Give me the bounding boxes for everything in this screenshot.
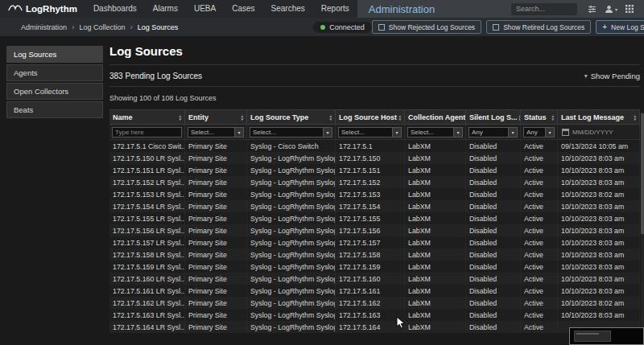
table-cell: 172.17.5.159 (336, 261, 405, 273)
table-row[interactable]: 172.17.5.151 LR Sysl...Primary SiteSyslo… (109, 164, 640, 176)
table-cell: Active (521, 200, 558, 212)
chevron-down-icon: ▾ (323, 128, 332, 137)
nav-item-dashboards[interactable]: Dashboards (85, 0, 145, 18)
breadcrumb-item-log-collection[interactable]: Log Collection (79, 23, 125, 31)
select-placeholder: Any (526, 129, 538, 136)
table-cell: 10/10/2023 8:03 am (558, 236, 640, 248)
sidebar-item-log-sources[interactable]: Log Sources (6, 46, 103, 63)
administration-tab[interactable]: Administration (369, 3, 435, 15)
content-area: Log SourcesAgentsOpen CollectorsBeats Lo… (0, 36, 644, 345)
table-cell: 172.17.5.160 LR Sysl... (109, 273, 185, 285)
table-cell: Active (521, 248, 558, 261)
nav-item-searches[interactable]: Searches (263, 0, 313, 18)
table-cell: Disabled (466, 248, 521, 261)
breadcrumb-item-administration[interactable]: Administration (21, 23, 67, 31)
sort-icon: ▴▾ (551, 114, 554, 121)
table-row[interactable]: 172.17.5.155 LR Sysl...Primary SiteSyslo… (109, 212, 640, 224)
table-row[interactable]: 172.17.5.150 LR Sysl...Primary SiteSyslo… (109, 152, 640, 164)
date-filter[interactable]: MM/DD/YYYY (560, 127, 637, 138)
filter-cell: Any ▾ (521, 125, 558, 139)
table-row[interactable]: 172.17.5.156 LR Sysl...Primary SiteSyslo… (109, 224, 640, 236)
grid-icon[interactable] (621, 0, 638, 18)
sliders-icon[interactable] (584, 0, 601, 18)
sort-icon: ▴▾ (241, 114, 243, 121)
column-label: Entity (188, 113, 208, 121)
log-source-host-filter-select[interactable]: Select... ▾ (338, 127, 402, 138)
sidebar-item-agents[interactable]: Agents (6, 64, 103, 81)
entity-filter-select[interactable]: Select... ▾ (188, 127, 244, 138)
table-row[interactable]: 172.17.5.159 LR Sysl...Primary SiteSyslo… (109, 261, 640, 273)
table-row[interactable]: 172.17.5.157 LR Sysl...Primary SiteSyslo… (109, 236, 640, 248)
date-placeholder: MM/DD/YYYY (572, 129, 613, 136)
search-input[interactable] (511, 3, 577, 15)
table-cell: LabXM (405, 297, 466, 309)
table-row[interactable]: 172.17.5.1 Cisco Swit...Primary SiteSysl… (109, 140, 640, 152)
show-retired-checkbox[interactable]: Show Retired Log Sources (486, 20, 591, 34)
scrollbar-thumb[interactable] (641, 113, 644, 234)
table-cell: LabXM (405, 188, 466, 200)
table-row[interactable]: 172.17.5.153 LR Sysl...Primary SiteSyslo… (109, 188, 640, 200)
column-header-last-log-message[interactable]: Last Log Message▴▾ (558, 110, 640, 124)
table-cell: Primary Site (185, 285, 247, 297)
table-cell: 10/10/2023 8:03 am (558, 164, 640, 176)
table-scrollbar[interactable] (641, 112, 644, 345)
table-cell: Active (521, 140, 558, 152)
table-row[interactable]: 172.17.5.163 LR Sysl...Primary SiteSyslo… (109, 309, 640, 321)
column-header-entity[interactable]: Entity▴▾ (185, 110, 247, 124)
column-header-collection-agent[interactable]: Collection Agent▴▾ (405, 110, 466, 124)
table-row[interactable]: 172.17.5.160 LR Sysl...Primary SiteSyslo… (109, 273, 640, 285)
table-cell: 10/10/2023 8:03 am (558, 285, 640, 297)
table-cell: Disabled (466, 236, 521, 248)
log-sources-table: Name▴▾Entity▴▾Log Source Type▴▾Log Sourc… (109, 109, 640, 333)
table-row[interactable]: 172.17.5.162 LR Sysl...Primary SiteSyslo… (109, 297, 640, 309)
status-filter-select[interactable]: Any ▾ (523, 127, 555, 138)
table-cell: Primary Site (185, 212, 247, 224)
table-cell: Syslog - LogRhythm Syslog Ge... (247, 309, 336, 321)
sidebar-item-beats[interactable]: Beats (6, 101, 103, 118)
table-cell: Syslog - LogRhythm Syslog Ge... (247, 321, 336, 333)
table-cell: Disabled (466, 164, 521, 176)
column-label: Name (113, 113, 133, 121)
nav-item-ueba[interactable]: UEBA (186, 0, 224, 18)
column-header-log-source-type[interactable]: Log Source Type▴▾ (247, 110, 336, 124)
table-cell: Active (521, 188, 558, 200)
table-cell: Syslog - LogRhythm Syslog Ge... (247, 212, 336, 224)
nav-item-cases[interactable]: Cases (224, 0, 262, 18)
nav-item-alarms[interactable]: Alarms (145, 0, 186, 18)
table-row[interactable]: 172.17.5.158 LR Sysl...Primary SiteSyslo… (109, 248, 640, 261)
table-cell: 172.17.5.157 LR Sysl... (109, 236, 185, 248)
table-row[interactable]: 172.17.5.161 LR Sysl...Primary SiteSyslo… (109, 285, 640, 297)
sort-icon: ▴▾ (179, 114, 181, 121)
table-cell: Primary Site (185, 261, 247, 273)
table-cell: Disabled (466, 261, 521, 273)
table-cell: 172.17.5.1 (336, 140, 405, 152)
user-menu-button[interactable]: ▾ (601, 0, 621, 18)
sidebar-item-open-collectors[interactable]: Open Collectors (6, 83, 103, 100)
screen-share-preview (569, 327, 644, 345)
topnav-section: Administration ▾ (357, 0, 644, 18)
table-row[interactable]: 172.17.5.154 LR Sysl...Primary SiteSyslo… (109, 200, 640, 212)
table-cell: 10/10/2023 8:03 am (558, 273, 640, 285)
name-filter-input[interactable] (112, 127, 182, 138)
table-cell: Syslog - LogRhythm Syslog Ge... (247, 176, 336, 188)
table-row[interactable]: 172.17.5.152 LR Sysl...Primary SiteSyslo… (109, 176, 640, 188)
table-cell: Primary Site (185, 309, 247, 321)
chevron-down-icon: ▾ (453, 128, 462, 137)
collection-agent-filter-select[interactable]: Select... ▾ (407, 127, 463, 138)
log-source-type-filter-select[interactable]: Select... ▾ (250, 127, 332, 138)
column-header-log-source-host[interactable]: Log Source Host▴▾ (336, 110, 405, 124)
column-header-name[interactable]: Name▴▾ (109, 110, 185, 124)
table-cell: 172.17.5.164 (336, 321, 405, 333)
column-header-status[interactable]: Status▴▾ (521, 110, 558, 124)
column-header-silent-log-s[interactable]: Silent Log S...▴▾ (466, 110, 521, 124)
breadcrumb-item-log-sources[interactable]: Log Sources (138, 23, 179, 31)
show-rejected-checkbox[interactable]: Show Rejected Log Sources (372, 20, 481, 34)
silent-log-filter-select[interactable]: Any ▾ (469, 127, 518, 138)
table-cell: Primary Site (185, 176, 247, 188)
table-row[interactable]: 172.17.5.164 LR Sysl...Primary SiteSyslo… (109, 321, 640, 333)
table-cell: Primary Site (185, 188, 247, 200)
table-cell: Primary Site (185, 224, 247, 236)
show-pending-toggle[interactable]: ▾ Show Pending (584, 72, 640, 80)
nav-item-reports[interactable]: Reports (313, 0, 357, 18)
new-log-source-button[interactable]: + New Log Source (596, 20, 644, 34)
